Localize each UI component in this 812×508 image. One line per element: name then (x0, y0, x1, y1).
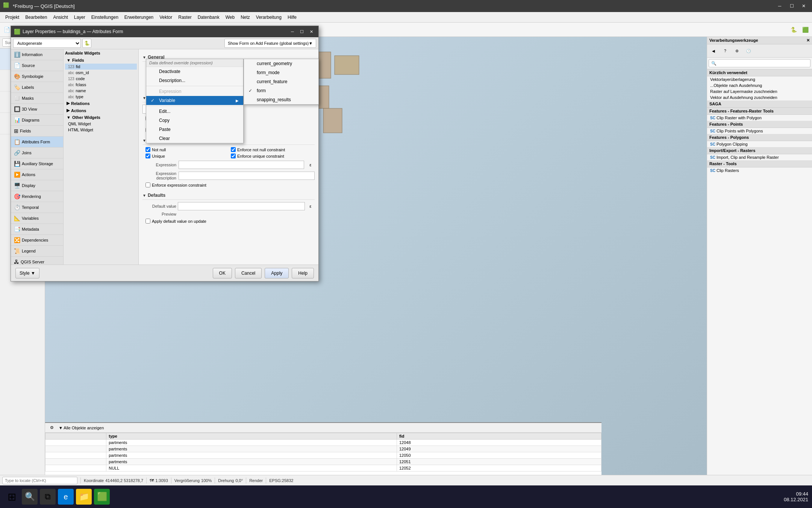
nav-attributes-form[interactable]: 📋 Attributes Form (11, 137, 63, 148)
nav-legend[interactable]: 📜 Legend (11, 246, 63, 257)
tools-item-objekte[interactable]: ...Objekte nach Ausdehnung (707, 82, 812, 88)
expression-input[interactable] (179, 161, 304, 169)
table-row[interactable]: partments 12050 (45, 452, 601, 459)
tools-item-clip-rasters[interactable]: SC Clip Rasters (707, 167, 812, 173)
expression-desc-input[interactable] (179, 172, 315, 180)
default-calc-btn[interactable]: ε (306, 202, 315, 210)
menu-web[interactable]: Web (223, 14, 238, 21)
tools-search-input[interactable] (709, 59, 810, 67)
unique-check-label[interactable]: Unique (145, 154, 229, 158)
nav-diagrams[interactable]: 📊 Diagrams (11, 115, 63, 126)
unique-checkbox[interactable] (145, 154, 150, 158)
enforce-unique-checkbox[interactable] (231, 154, 236, 158)
tools-item-import-clip[interactable]: SC Import, Clip and Resample Raster (707, 154, 812, 160)
default-value-input[interactable] (178, 202, 305, 210)
aw-field-type[interactable]: abc type (65, 94, 137, 100)
menu-layer[interactable]: Layer (71, 14, 88, 21)
col-header-type[interactable]: type (106, 433, 397, 440)
aw-field-name[interactable]: abc name (65, 88, 137, 94)
nav-auxiliary-storage[interactable]: 💾 Auxiliary Storage (11, 158, 63, 169)
show-form-btn[interactable]: Show Form on Add Feature (global setting… (224, 39, 316, 48)
windows-start-icon[interactable]: ⊞ (4, 489, 20, 505)
nav-temporal[interactable]: ⏱️ Temporal (11, 202, 63, 213)
close-panel-icon[interactable]: ✕ (806, 38, 810, 43)
context-menu-copy[interactable]: Copy (146, 116, 243, 125)
nav-source[interactable]: 📄 Source (11, 60, 63, 71)
taskbar-taskview-icon[interactable]: ⧉ (40, 489, 56, 505)
aw-field-code[interactable]: 123 code (65, 76, 137, 82)
context-menu-edit[interactable]: Edit... (146, 107, 243, 116)
tools-item-vektor-ausdehnung[interactable]: Vektor auf Ausdehnung zuschneiden (707, 94, 812, 100)
tools-settings-btn[interactable]: ⚙ (732, 46, 742, 56)
table-row[interactable]: partments 12049 (45, 446, 601, 452)
submenu-form-mode[interactable]: form_mode (244, 68, 318, 77)
context-menu-description[interactable]: Description... (146, 76, 243, 85)
dialog-close-btn[interactable]: ✕ (307, 28, 315, 35)
table-row[interactable]: NULL 12052 (45, 465, 601, 471)
nav-display[interactable]: 🖥️ Display (11, 180, 63, 191)
tools-history-btn[interactable]: 🕒 (743, 46, 754, 56)
menu-vektor[interactable]: Vektor (156, 14, 175, 21)
menu-verarbeitung[interactable]: Verarbeitung (253, 14, 285, 21)
maximize-button[interactable]: ☐ (786, 2, 797, 10)
apply-button[interactable]: Apply (265, 268, 289, 278)
qgis-btn[interactable]: 🟩 (800, 24, 810, 35)
nav-symbologie[interactable]: 🎨 Symbologie (11, 71, 63, 82)
context-menu-variable[interactable]: ✓ Variable ▶ (146, 96, 243, 105)
table-row[interactable]: partments 12051 (45, 459, 601, 465)
not-null-check-label[interactable]: Not null (145, 147, 229, 152)
locate-input[interactable] (2, 477, 77, 484)
tools-back-btn[interactable]: ◀ (708, 46, 719, 56)
python-btn[interactable]: 🐍 (788, 24, 799, 35)
nav-labels[interactable]: 🏷️ Labels (11, 82, 63, 93)
defaults-arrow[interactable]: ▼ (142, 193, 146, 198)
menu-projekt[interactable]: Projekt (2, 14, 22, 21)
feature-table[interactable]: type fid partments 12048 (45, 433, 601, 475)
actions-group[interactable]: ▶ Actions (65, 107, 137, 114)
style-button[interactable]: Style ▼ (15, 268, 39, 278)
nav-actions[interactable]: ▶️ Actions (11, 169, 63, 180)
other-widgets-group[interactable]: ▼ Other Widgets (65, 114, 137, 121)
tools-item-polygon-clipping[interactable]: SC Polygon Clipping (707, 141, 812, 147)
enforce-unique-check-label[interactable]: Enforce unique constraint (231, 154, 315, 158)
submenu-current-feature[interactable]: current_feature (244, 77, 318, 86)
apply-on-update-check-label[interactable]: Apply default value on update (145, 219, 315, 224)
tools-item-raster-layer[interactable]: Raster auf Layermaske zuschneiden (707, 88, 812, 94)
col-header-fid[interactable]: fid (397, 433, 601, 440)
context-menu-paste[interactable]: Paste (146, 125, 243, 134)
not-null-checkbox[interactable] (145, 147, 150, 152)
taskbar-search-icon[interactable]: 🔍 (22, 489, 38, 505)
submenu-current-geometry[interactable]: current_geometry (244, 59, 318, 68)
minimize-button[interactable]: ─ (774, 2, 785, 10)
nav-qgis-server[interactable]: 🖧 QGIS Server (11, 257, 63, 265)
close-button[interactable]: ✕ (798, 2, 809, 10)
fields-group[interactable]: ▼ Fields (65, 57, 137, 64)
taskbar-qgis-icon[interactable]: 🟩 (94, 489, 110, 505)
dialog-minimize-btn[interactable]: ─ (288, 28, 297, 35)
col-header-id[interactable] (45, 433, 106, 440)
menu-raster[interactable]: Raster (175, 14, 194, 21)
tools-help-btn[interactable]: ? (720, 46, 730, 56)
dialog-maximize-btn[interactable]: ☐ (298, 28, 306, 35)
menu-ansicht[interactable]: Ansicht (50, 14, 71, 21)
nav-masks[interactable]: ◻️ Masks (11, 93, 63, 104)
nav-fields[interactable]: ⊞ Fields (11, 126, 63, 137)
menu-netz[interactable]: Netz (238, 14, 253, 21)
nav-rendering[interactable]: 🎯 Rendering (11, 191, 63, 202)
relations-group[interactable]: ▶ Relations (65, 100, 137, 107)
submenu-form[interactable]: ✓ form (244, 86, 318, 95)
enforce-not-null-check-label[interactable]: Enforce not null constraint (231, 147, 315, 152)
apply-on-update-checkbox[interactable] (145, 219, 150, 224)
tools-item-vectorlayer[interactable]: Vektorlayerüberlagerung (707, 76, 812, 82)
expression-calc-btn[interactable]: ε (306, 161, 315, 169)
menu-hilfe[interactable]: Hilfe (285, 14, 300, 21)
aw-field-fid[interactable]: 123 fid (65, 64, 137, 70)
aw-field-osm-id[interactable]: abc osm_id (65, 70, 137, 76)
nav-information[interactable]: ℹ️ Information (11, 49, 63, 60)
context-menu-deactivate[interactable]: Deactivate (146, 67, 243, 76)
menu-bearbeiten[interactable]: Bearbeiten (22, 14, 50, 21)
ok-button[interactable]: OK (213, 268, 232, 278)
autogenerate-select[interactable]: AutogenerateDrag and drop designerProvid… (13, 39, 81, 48)
aw-html-widget[interactable]: HTML Widget (65, 127, 137, 133)
nav-dependencies[interactable]: 🔀 Dependencies (11, 235, 63, 246)
